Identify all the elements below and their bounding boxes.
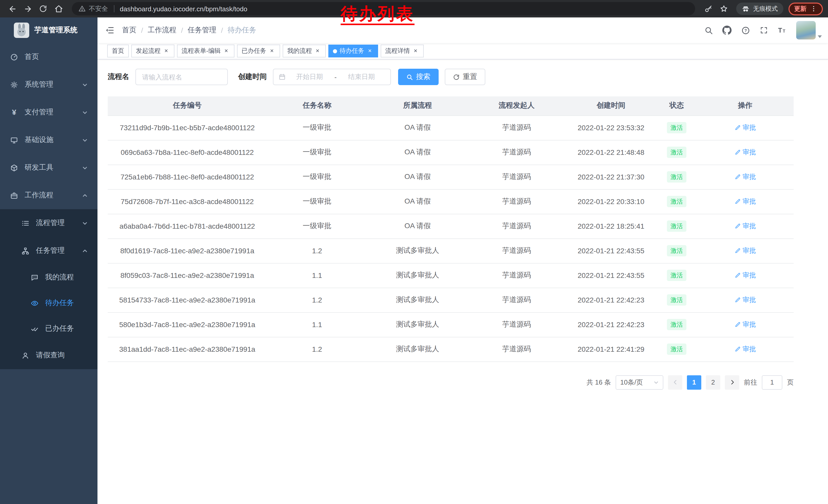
tab-label: 首页 bbox=[112, 47, 124, 55]
hamburger-icon bbox=[105, 26, 114, 35]
next-page-button[interactable] bbox=[725, 375, 739, 390]
create-time-cell: 2022-01-21 22:41:29 bbox=[565, 337, 657, 362]
close-icon[interactable]: × bbox=[223, 47, 230, 55]
close-icon[interactable]: × bbox=[163, 47, 170, 55]
sidebar-item-system[interactable]: 系统管理 bbox=[0, 71, 97, 98]
sidebar-item-leave-query[interactable]: 请假查询 bbox=[0, 341, 97, 369]
sidebar-item-process-mgmt[interactable]: 流程管理 bbox=[0, 209, 97, 237]
fullscreen-icon[interactable] bbox=[756, 22, 772, 38]
navbar-actions: ? TT bbox=[701, 21, 828, 40]
approve-link[interactable]: 审批 bbox=[734, 222, 756, 231]
approve-link[interactable]: 审批 bbox=[734, 172, 756, 182]
chevron-down-icon bbox=[82, 109, 88, 115]
sidebar-item-workflow[interactable]: 工作流程 bbox=[0, 182, 97, 209]
tab-done-tasks[interactable]: 已办任务× bbox=[237, 45, 280, 57]
reset-button[interactable]: 重置 bbox=[445, 69, 485, 85]
sidebar-item-payment[interactable]: ¥ 支付管理 bbox=[0, 98, 97, 126]
task-name-cell: 1.1 bbox=[267, 312, 367, 337]
chevron-up-icon bbox=[82, 192, 88, 198]
approve-link[interactable]: 审批 bbox=[734, 345, 756, 354]
home-icon[interactable] bbox=[51, 2, 66, 16]
approve-link[interactable]: 审批 bbox=[734, 123, 756, 132]
tab-form-edit[interactable]: 流程表单-编辑× bbox=[177, 45, 235, 57]
approve-link[interactable]: 审批 bbox=[734, 246, 756, 255]
task-id-cell: 725a1eb6-7b88-11ec-8ef0-acde48001122 bbox=[108, 165, 267, 189]
sidebar-item-label: 系统管理 bbox=[25, 80, 53, 89]
sidebar-item-todo-tasks[interactable]: 待办任务 bbox=[0, 290, 97, 316]
sidebar-item-label: 基础设施 bbox=[25, 135, 53, 145]
font-size-icon[interactable]: TT bbox=[775, 22, 790, 38]
help-icon[interactable]: ? bbox=[738, 22, 753, 38]
close-icon[interactable]: × bbox=[268, 47, 276, 55]
sidebar-item-done-tasks[interactable]: 已办任务 bbox=[0, 316, 97, 341]
tab-todo-tasks[interactable]: 待办任务× bbox=[328, 45, 378, 57]
approve-link[interactable]: 审批 bbox=[734, 320, 756, 329]
active-dot bbox=[333, 49, 337, 53]
breadcrumb-item-current: 待办任务 bbox=[227, 26, 256, 35]
approve-link[interactable]: 审批 bbox=[734, 271, 756, 280]
sidebar: 芋道管理系统 首页 系统管理 ¥ 支付管理 bbox=[0, 17, 97, 504]
svg-text:?: ? bbox=[744, 28, 747, 33]
goto-page-input[interactable] bbox=[762, 375, 782, 390]
url-text: dashboard.yudao.iocoder.cn/bpm/task/todo bbox=[120, 5, 247, 12]
bookmark-star-icon[interactable] bbox=[717, 2, 731, 16]
breadcrumb-item[interactable]: 任务管理 bbox=[188, 26, 216, 35]
sidebar-item-infra[interactable]: 基础设施 bbox=[0, 126, 97, 154]
breadcrumb-item[interactable]: 工作流程 bbox=[148, 26, 176, 35]
approve-link[interactable]: 审批 bbox=[734, 197, 756, 206]
annotation-text: 待办列表 bbox=[341, 5, 415, 26]
task-id-cell: 73211d9d-7b9b-11ec-b5b7-acde48001122 bbox=[108, 116, 267, 140]
chevron-left-icon bbox=[672, 379, 678, 385]
task-name-cell: 1.1 bbox=[267, 263, 367, 288]
search-button[interactable]: 搜索 bbox=[398, 69, 439, 85]
sidebar-item-home[interactable]: 首页 bbox=[0, 43, 97, 71]
sidebar-item-label: 请假查询 bbox=[36, 351, 65, 360]
avatar[interactable] bbox=[796, 21, 816, 40]
status-cell: 激活 bbox=[657, 214, 697, 238]
breadcrumb-item[interactable]: 首页 bbox=[122, 26, 136, 35]
initiator-cell: 芋道源码 bbox=[468, 288, 565, 312]
page-button-1[interactable]: 1 bbox=[687, 375, 701, 390]
end-date-placeholder[interactable]: 结束日期 bbox=[338, 72, 385, 82]
sidebar-collapse-button[interactable] bbox=[97, 17, 122, 43]
refresh-icon[interactable] bbox=[36, 2, 50, 16]
incognito-icon bbox=[742, 5, 749, 12]
close-icon[interactable]: × bbox=[412, 47, 419, 55]
more-menu-icon[interactable] bbox=[810, 5, 817, 12]
approve-link[interactable]: 审批 bbox=[734, 148, 756, 157]
key-icon[interactable] bbox=[701, 2, 716, 16]
sidebar-item-my-process[interactable]: 我的流程 bbox=[0, 265, 97, 290]
sidebar-item-label: 任务管理 bbox=[36, 246, 65, 255]
tab-start-process[interactable]: 发起流程× bbox=[131, 45, 174, 57]
task-name-cell: 一级审批 bbox=[267, 140, 367, 165]
refresh-icon bbox=[453, 74, 460, 80]
approve-link[interactable]: 审批 bbox=[734, 295, 756, 305]
user-avatar-menu[interactable] bbox=[796, 21, 822, 40]
github-icon[interactable] bbox=[719, 22, 735, 38]
create-time-cell: 2022-01-21 22:42:23 bbox=[565, 312, 657, 337]
chevron-down-icon bbox=[654, 380, 659, 385]
search-icon[interactable] bbox=[701, 22, 716, 38]
sidebar-item-devtools[interactable]: 研发工具 bbox=[0, 154, 97, 182]
tab-my-process[interactable]: 我的流程× bbox=[283, 45, 326, 57]
sidebar-item-task-mgmt[interactable]: 任务管理 bbox=[0, 237, 97, 265]
tab-process-detail[interactable]: 流程详情× bbox=[381, 45, 424, 57]
create-time-cell: 2022-01-22 21:37:30 bbox=[565, 165, 657, 189]
update-button[interactable]: 更新 bbox=[788, 2, 823, 15]
process-name-input[interactable] bbox=[142, 73, 221, 81]
create-time-cell: 2022-01-21 22:42:23 bbox=[565, 288, 657, 312]
task-id-cell: 580e1b3d-7ac8-11ec-a9e2-a2380e71991a bbox=[108, 312, 267, 337]
back-icon[interactable] bbox=[5, 2, 19, 16]
forward-icon[interactable] bbox=[20, 2, 35, 16]
page-button-2[interactable]: 2 bbox=[706, 375, 720, 390]
edit-icon bbox=[734, 198, 741, 204]
prev-page-button[interactable] bbox=[668, 375, 682, 390]
page-size-select[interactable]: 10条/页 bbox=[616, 375, 663, 390]
start-date-placeholder[interactable]: 开始日期 bbox=[286, 72, 333, 82]
close-icon[interactable]: × bbox=[366, 47, 373, 55]
person-icon bbox=[22, 352, 29, 359]
tab-home[interactable]: 首页 bbox=[107, 45, 129, 57]
close-icon[interactable]: × bbox=[314, 47, 321, 55]
logo-avatar bbox=[14, 22, 29, 38]
date-range-picker[interactable]: 开始日期 - 结束日期 bbox=[273, 69, 391, 85]
